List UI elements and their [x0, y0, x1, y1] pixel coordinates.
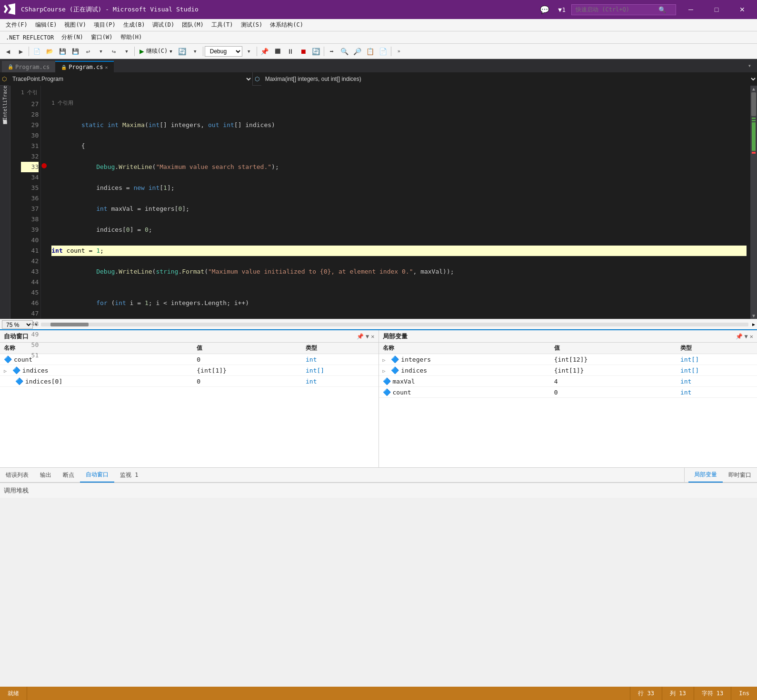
tabs-overflow[interactable]: ▾	[744, 62, 755, 69]
toolbar-arrow[interactable]: ▼	[189, 45, 201, 58]
toolbar-attach[interactable]: 📌	[259, 45, 271, 58]
menu-analyze[interactable]: 分析(N)	[58, 31, 87, 44]
toolbar-back[interactable]: ◀	[2, 45, 14, 58]
locals-close-icon[interactable]: ✕	[750, 333, 753, 340]
ln34: 34	[21, 172, 39, 183]
debug-config-dropdown[interactable]: Debug Release	[205, 46, 242, 57]
menu-arch[interactable]: 体系结构(C)	[266, 19, 307, 32]
toolbar-stop[interactable]: ⏹	[297, 45, 309, 58]
tab-output[interactable]: 输出	[34, 468, 57, 482]
menu-debug[interactable]: 调试(D)	[149, 19, 178, 32]
toolbar-nav4[interactable]: 📋	[364, 45, 377, 58]
class-nav-dropdown[interactable]: TracePoint.Program	[9, 72, 252, 86]
maximize-button[interactable]: □	[706, 0, 727, 19]
toolbar-refresh[interactable]: 🔄	[176, 45, 189, 58]
toolbar-redo[interactable]: ↪	[108, 45, 120, 58]
toolbar-nav1[interactable]: ➡	[326, 45, 338, 58]
locals-float-icon[interactable]: ▼	[745, 333, 748, 340]
ln29: 29	[21, 120, 39, 130]
menu-tools[interactable]: 工具(T)	[208, 19, 237, 32]
locals-maxval-icon: 🔷	[383, 377, 391, 385]
ln41: 41	[21, 246, 39, 256]
menu-edit[interactable]: 编辑(E)	[31, 19, 61, 32]
menu-file[interactable]: 文件(F)	[2, 19, 31, 32]
scroll-thumb[interactable]	[751, 92, 756, 116]
toolbar-open[interactable]: 📂	[43, 45, 56, 58]
locals-row-integers: ▷ 🔷integers {int[12]} int[]	[379, 354, 757, 365]
code-editor[interactable]: 1 个引用 static int Maxima(int[] integers, …	[50, 86, 750, 319]
callstack-label: 调用堆栈	[4, 486, 29, 495]
document-tabs: 🔒 Program.cs 🔒 Program.cs ✕ ▾	[0, 59, 757, 72]
toolbar-attach2[interactable]: ⬛	[271, 45, 284, 58]
auto-count-type: int	[302, 354, 378, 365]
status-line: 行 33	[630, 687, 662, 700]
editor-scrollbar[interactable]: ▲ ▼	[750, 86, 757, 319]
tab2-close-icon[interactable]: ✕	[105, 65, 108, 70]
toolbar-new[interactable]: 📄	[30, 45, 43, 58]
h-scroll-thumb[interactable]	[50, 323, 89, 326]
separator6	[391, 47, 391, 56]
code-line-34: Debug.WriteLine(string.Format("Maximum v…	[51, 266, 747, 277]
menu-team[interactable]: 团队(M)	[178, 19, 208, 32]
scroll-green-1	[752, 118, 756, 119]
menu-net-reflector[interactable]: .NET REFLECTOR	[2, 31, 58, 44]
auto-row-indices0: 🔷indices[0] 0 int	[0, 376, 378, 387]
toolbar-extra[interactable]: »	[393, 45, 405, 58]
method-nav-dropdown[interactable]: Maxima(int[] integers, out int[] indices…	[261, 72, 757, 86]
toolbar-saveall[interactable]: 💾	[69, 45, 81, 58]
ln42: 42	[21, 256, 39, 266]
tab-auto-window[interactable]: 自动窗口	[80, 468, 114, 483]
notification-icon[interactable]: 💬	[537, 5, 552, 14]
code-line-29: Debug.WriteLine("Maximum value search st…	[51, 162, 747, 172]
toolbar-undo-arrow[interactable]: ▼	[95, 45, 107, 58]
continue-button[interactable]: ▶ 继续(C) ▼	[136, 45, 176, 57]
tab-locals[interactable]: 局部变量	[688, 468, 723, 483]
search-box[interactable]: 🔍	[571, 4, 676, 15]
auto-close-icon[interactable]: ✕	[371, 333, 374, 340]
expand-integers-icon[interactable]: ▷	[383, 357, 386, 363]
menubar-row1: 文件(F) 编辑(E) 视图(V) 项目(P) 生成(B) 调试(D) 团队(M…	[0, 19, 757, 31]
toolbar-save[interactable]: 💾	[56, 45, 69, 58]
locals-indices-name: ▷ 🔷indices	[379, 365, 550, 376]
menu-window[interactable]: 窗口(W)	[87, 31, 117, 44]
toolbar-restart[interactable]: 🔄	[310, 45, 322, 58]
toolbar-undo[interactable]: ↩	[82, 45, 94, 58]
toolbar-nav5[interactable]: 📄	[377, 45, 389, 58]
toolbar-step-over[interactable]: ⏸	[284, 45, 297, 58]
tab-immediate[interactable]: 即时窗口	[723, 468, 757, 482]
menu-test[interactable]: 测试(S)	[237, 19, 267, 32]
toolbar-redo-arrow[interactable]: ▼	[120, 45, 133, 58]
tab-program-cs-2[interactable]: 🔒 Program.cs ✕	[55, 61, 113, 72]
auto-pin-icon[interactable]: 📌	[357, 333, 364, 340]
ln28: 28	[21, 109, 39, 120]
toolbar: ◀ ▶ 📄 📂 💾 💾 ↩ ▼ ↪ ▼ ▶ 继续(C) ▼ 🔄 ▼ Debug …	[0, 44, 757, 59]
tab2-lock-icon: 🔒	[61, 65, 67, 70]
ln31: 31	[21, 141, 39, 151]
expand-locals-indices-icon[interactable]: ▷	[383, 368, 386, 374]
close-button[interactable]: ✕	[731, 0, 753, 19]
toolbar-nav3[interactable]: 🔎	[351, 45, 364, 58]
auto-indices0-value: 0	[193, 376, 302, 387]
minimize-button[interactable]: ─	[680, 0, 702, 19]
locals-pin-icon[interactable]: 📌	[736, 333, 743, 340]
toolbar-nav2[interactable]: 🔍	[339, 45, 351, 58]
tab-watch1[interactable]: 监视 1	[114, 468, 144, 482]
search-input[interactable]	[576, 6, 657, 13]
scroll-down-arrow[interactable]: ▼	[752, 313, 755, 318]
horizontal-scrollbar[interactable]	[41, 323, 748, 326]
menu-help[interactable]: 帮助(H)	[117, 31, 146, 44]
scroll-up-arrow[interactable]: ▲	[752, 86, 755, 91]
expand-indices-icon[interactable]: ▷	[4, 368, 7, 374]
tab-program-cs-1[interactable]: 🔒 Program.cs	[2, 61, 55, 72]
hscroll-right-arrow[interactable]: ▶	[752, 322, 755, 327]
tab-error-list[interactable]: 错误列表	[0, 468, 34, 482]
ln39: 39	[21, 225, 39, 235]
toolbar-forward[interactable]: ▶	[15, 45, 27, 58]
auto-indices-value: {int[1]}	[193, 365, 302, 376]
menu-build[interactable]: 生成(B)	[120, 19, 149, 32]
tab-breakpoints[interactable]: 断点	[57, 468, 80, 482]
toolbar-dd-arrow[interactable]: ▼	[243, 45, 255, 58]
menu-project[interactable]: 项目(P)	[90, 19, 120, 32]
auto-float-icon[interactable]: ▼	[366, 333, 369, 340]
menu-view[interactable]: 视图(V)	[60, 19, 90, 32]
